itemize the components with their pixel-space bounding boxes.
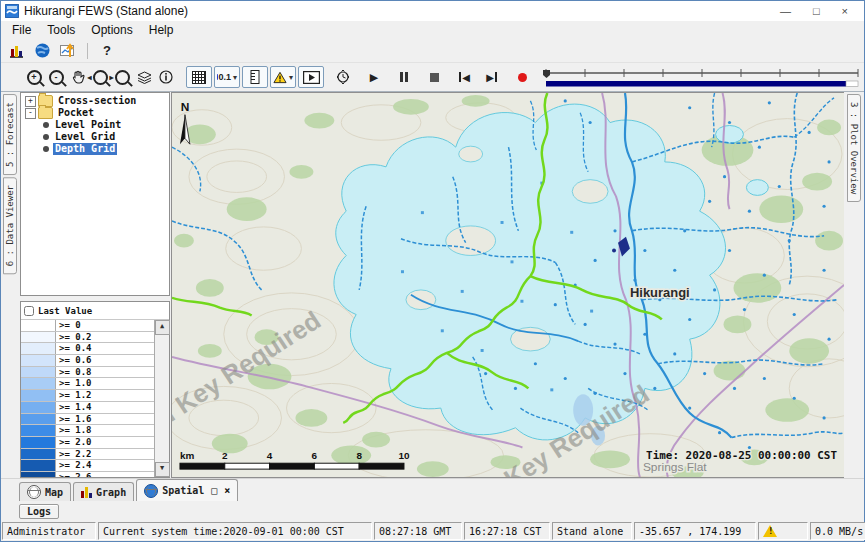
legend-row[interactable]: >= 1.0 <box>21 378 154 390</box>
stop-button[interactable] <box>424 66 444 88</box>
legend-row[interactable]: >= 0.6 <box>21 355 154 367</box>
app-window: Hikurangi FEWS (Stand alone) — □ × File … <box>0 0 865 542</box>
legend-row[interactable]: >= 2.0 <box>21 437 154 449</box>
pan-hand-icon[interactable] <box>68 66 88 88</box>
layer-tree: + Cross-section - Pocket Level Point Lev… <box>20 92 170 296</box>
zoom-out-icon[interactable]: - <box>46 66 66 88</box>
zoom-in-icon[interactable]: + <box>24 66 44 88</box>
tree-item-pocket[interactable]: - Pocket <box>21 107 169 119</box>
legend-row-label: >= 2.4 <box>56 460 154 471</box>
tree-item-label[interactable]: Level Point <box>53 119 123 131</box>
last-value-label: Last Value <box>38 306 92 316</box>
legend-row[interactable]: >= 0.4 <box>21 343 154 355</box>
record-button[interactable] <box>512 66 532 88</box>
legend-row[interactable]: >= 2.4 <box>21 460 154 472</box>
maximize-button[interactable]: □ <box>813 4 820 18</box>
legend-list: >= 0>= 0.2>= 0.4>= 0.6>= 0.8>= 1.0>= 1.2… <box>21 320 155 477</box>
zoom-previous-icon[interactable]: ◂ <box>90 66 110 88</box>
layers-icon[interactable] <box>134 66 154 88</box>
scale-ruler-icon[interactable] <box>242 66 268 88</box>
legend-color-swatch <box>21 332 56 343</box>
menu-tools[interactable]: Tools <box>40 22 82 38</box>
title-bar: Hikurangi FEWS (Stand alone) — □ × <box>1 1 864 21</box>
warning-icon <box>273 71 287 84</box>
step-back-button[interactable]: ◀ <box>454 66 474 88</box>
spatial-display-globe-icon[interactable] <box>31 41 53 60</box>
legend-row-label: >= 2.0 <box>56 437 154 448</box>
tab-forecast[interactable]: 5 : Forecast <box>3 94 17 175</box>
legend-row[interactable]: >= 2.6 <box>21 472 154 477</box>
legend-row[interactable]: >= 0.2 <box>21 332 154 344</box>
left-panel: + Cross-section - Pocket Level Point Lev… <box>19 92 171 478</box>
zoom-next-icon[interactable]: ▸ <box>112 66 132 88</box>
tree-item-level-grid[interactable]: Level Grid <box>21 131 169 143</box>
tree-item-label[interactable]: Cross-section <box>56 95 138 107</box>
timeseries-dialog-icon[interactable] <box>57 41 79 60</box>
tab-data-viewer[interactable]: 6 : Data Viewer <box>3 177 17 274</box>
tab-graph[interactable]: Graph <box>73 482 134 501</box>
tree-item-label[interactable]: Level Grid <box>53 131 117 143</box>
grid-display-icon[interactable] <box>186 66 212 88</box>
legend-color-swatch <box>21 355 56 366</box>
threshold-dropdown[interactable]: 0.1 ▾ <box>214 66 240 88</box>
tree-item-depth-grid[interactable]: Depth Grid <box>21 143 169 155</box>
menu-file[interactable]: File <box>5 22 38 38</box>
close-button[interactable]: × <box>842 4 848 18</box>
logs-button[interactable]: Logs <box>19 504 59 519</box>
play-button[interactable]: ▶ <box>364 66 384 88</box>
legend-row[interactable]: >= 1.6 <box>21 414 154 426</box>
scroll-down-icon[interactable]: ▼ <box>155 462 170 477</box>
timer-settings-icon[interactable] <box>333 66 353 88</box>
menu-options[interactable]: Options <box>84 22 139 38</box>
time-slider[interactable] <box>541 65 863 89</box>
legend-row-label: >= 0.8 <box>56 367 154 378</box>
main-area: 5 : Forecast 6 : Data Viewer + Cross-sec… <box>1 92 864 478</box>
legend-row[interactable]: >= 2.2 <box>21 449 154 461</box>
tree-item-label[interactable]: Pocket <box>56 107 96 119</box>
svg-text:6: 6 <box>312 450 318 461</box>
tab-map[interactable]: Map <box>19 482 71 501</box>
tree-item-level-point[interactable]: Level Point <box>21 119 169 131</box>
minimize-button[interactable]: — <box>780 4 791 18</box>
scroll-up-icon[interactable]: ▲ <box>155 320 170 335</box>
legend-scrollbar[interactable]: ▲ ▼ <box>155 320 169 477</box>
globe-icon <box>27 485 41 499</box>
tab-plot-overview[interactable]: 3 : Plot Overview <box>847 94 861 202</box>
bullet-icon <box>43 146 49 152</box>
tab-maximize-icon[interactable]: □ <box>211 485 217 496</box>
tab-close-icon[interactable]: × <box>224 485 230 496</box>
warning-threshold-dropdown[interactable]: ▾ <box>270 66 296 88</box>
legend-row[interactable]: >= 1.8 <box>21 425 154 437</box>
svg-text:8: 8 <box>356 450 362 461</box>
timeline-coverage-bar <box>546 81 846 87</box>
legend-row[interactable]: >= 0 <box>21 320 154 332</box>
legend-row-label: >= 2.6 <box>56 472 154 477</box>
legend-row[interactable]: >= 0.8 <box>21 367 154 379</box>
tab-spatial-label: Spatial <box>162 485 204 496</box>
menu-help[interactable]: Help <box>142 22 181 38</box>
tab-spatial[interactable]: Spatial □ × <box>136 479 238 501</box>
legend-row-label: >= 1.6 <box>56 414 154 425</box>
legend-row[interactable]: >= 1.2 <box>21 390 154 402</box>
last-value-checkbox[interactable] <box>24 306 34 316</box>
svg-text:10: 10 <box>398 450 410 461</box>
pause-button[interactable] <box>394 66 414 88</box>
left-tab-strip: 5 : Forecast 6 : Data Viewer <box>1 92 19 478</box>
animation-panel-icon[interactable] <box>298 66 324 88</box>
help-icon[interactable]: ? <box>96 41 118 60</box>
info-icon[interactable] <box>156 66 176 88</box>
legend-color-swatch <box>21 460 56 471</box>
legend-row-label: >= 0 <box>56 320 154 331</box>
legend-row-label: >= 1.0 <box>56 378 154 389</box>
status-warning-cell[interactable] <box>758 522 808 540</box>
tree-item-label-selected[interactable]: Depth Grid <box>53 143 117 155</box>
map-canvas[interactable]: API Key Required API Key Required Hikura… <box>172 93 844 477</box>
legend-row[interactable]: >= 1.4 <box>21 402 154 414</box>
data-explorer-icon[interactable] <box>5 41 27 60</box>
expand-icon[interactable]: + <box>25 96 36 107</box>
collapse-icon[interactable]: - <box>25 108 36 119</box>
step-forward-button[interactable]: ▶ <box>482 66 502 88</box>
blue-globe-icon <box>144 484 158 498</box>
bar-chart-icon <box>81 487 92 498</box>
map-viewport[interactable]: API Key Required API Key Required Hikura… <box>171 92 844 478</box>
